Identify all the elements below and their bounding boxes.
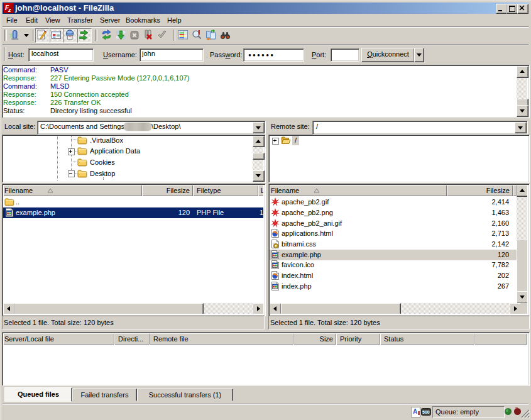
svg-text:z: z: [8, 7, 11, 13]
svg-text:500: 500: [422, 410, 430, 414]
